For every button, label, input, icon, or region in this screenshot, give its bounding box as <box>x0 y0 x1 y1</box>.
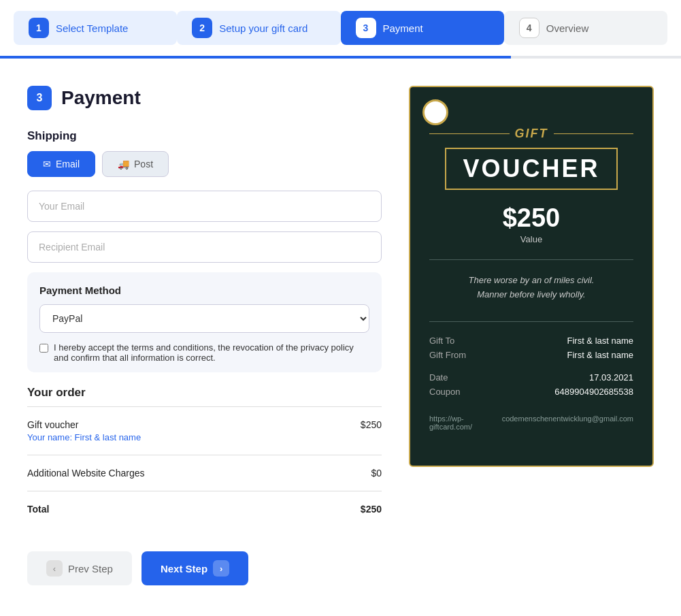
order-total-value: $250 <box>361 504 382 515</box>
terms-row: I hereby accept the terms and conditions… <box>39 342 369 363</box>
step-1-num: 1 <box>29 18 49 38</box>
step-2[interactable]: 2 Setup your gift card <box>177 11 340 45</box>
gift-divider-1 <box>429 259 633 260</box>
coupon-value: 6489904902685538 <box>531 387 633 397</box>
gift-title-text: GIFT <box>515 127 548 141</box>
order-title: Your order <box>27 386 382 400</box>
gift-title-dash-right <box>554 133 634 134</box>
order-row-gift-label-col: Gift voucher Your name: First & last nam… <box>27 419 141 442</box>
order-gift-value: $250 <box>361 419 382 430</box>
gift-amount: $250 <box>503 204 561 233</box>
post-btn[interactable]: 🚚 Post <box>102 151 169 177</box>
gift-date-coupon: Date 17.03.2021 Coupon 6489904902685538 <box>429 372 633 397</box>
order-divider-top <box>27 406 382 407</box>
page-title: Payment <box>61 87 141 109</box>
shipping-label: Shipping <box>27 129 382 143</box>
order-gift-sub: Your name: First & last name <box>27 432 141 442</box>
gift-title-line: GIFT <box>429 127 633 141</box>
order-divider-mid <box>27 455 382 455</box>
order-charges-value: $0 <box>371 468 382 479</box>
prev-icon: ‹ <box>46 560 63 577</box>
step-3[interactable]: 3 Payment <box>341 11 504 45</box>
step-4[interactable]: 4 Overview <box>504 11 667 45</box>
heading-badge: 3 <box>27 86 52 110</box>
next-step-button[interactable]: Next Step › <box>142 551 248 585</box>
prev-btn-label: Prev Step <box>68 563 113 574</box>
email-icon: ✉ <box>43 159 51 169</box>
gift-message: There worse by an of miles civil.Manner … <box>469 274 595 302</box>
gift-footer-left: https://wp-giftcard.com/ <box>429 415 502 431</box>
order-row-charges: Additional Website Charges $0 <box>27 461 382 485</box>
coupon-label: Coupon <box>429 387 531 397</box>
truck-icon: 🚚 <box>118 159 129 169</box>
recipient-email-input[interactable] <box>27 231 382 263</box>
gift-title-dash-left <box>429 133 510 134</box>
terms-text: I hereby accept the terms and conditions… <box>54 342 369 363</box>
your-email-input[interactable] <box>27 191 382 222</box>
payment-method-title: Payment Method <box>39 285 369 296</box>
page-heading: 3 Payment <box>27 86 382 110</box>
gift-footer: https://wp-giftcard.com/ codemenschenent… <box>429 415 633 431</box>
gift-details: Gift To First & last name Gift From Firs… <box>429 336 633 360</box>
gift-voucher-text: VOUCHER <box>463 155 599 183</box>
step-3-num: 3 <box>356 18 376 38</box>
gift-to-label: Gift To <box>429 336 531 346</box>
bottom-bar: ‹ Prev Step Next Step › <box>0 535 681 602</box>
step-3-label: Payment <box>383 22 423 34</box>
shipping-buttons: ✉ Email 🚚 Post <box>27 151 382 177</box>
gift-card-preview: GIFT VOUCHER $250 Value There worse by a… <box>409 86 654 521</box>
left-col: 3 Payment Shipping ✉ Email 🚚 Post P <box>27 86 382 521</box>
step-2-label: Setup your gift card <box>219 22 308 34</box>
step-1-label: Select Template <box>56 22 128 34</box>
post-btn-label: Post <box>134 159 153 169</box>
progress-bar <box>0 56 681 59</box>
email-btn[interactable]: ✉ Email <box>27 151 95 177</box>
order-row-gift: Gift voucher Your name: First & last nam… <box>27 412 382 449</box>
gift-to-value: First & last name <box>531 336 633 346</box>
prev-step-button[interactable]: ‹ Prev Step <box>27 551 132 585</box>
step-1[interactable]: 1 Select Template <box>14 11 177 45</box>
order-charges-label: Additional Website Charges <box>27 468 145 479</box>
gift-value-label: Value <box>520 234 542 244</box>
next-btn-label: Next Step <box>161 563 207 574</box>
main-content: 3 Payment Shipping ✉ Email 🚚 Post P <box>0 72 681 535</box>
email-btn-label: Email <box>56 159 80 169</box>
step-4-label: Overview <box>546 22 589 34</box>
payment-method-select[interactable]: PayPal Credit Card Bank Transfer <box>39 304 369 333</box>
page-wrapper: 1 Select Template 2 Setup your gift card… <box>0 0 681 602</box>
order-total-label: Total <box>27 504 49 515</box>
order-row-total: Total $250 <box>27 497 382 521</box>
order-gift-label: Gift voucher <box>27 419 141 430</box>
gift-from-value: First & last name <box>531 350 633 360</box>
gift-card: GIFT VOUCHER $250 Value There worse by a… <box>409 86 654 467</box>
date-label: Date <box>429 372 531 383</box>
steps-bar: 1 Select Template 2 Setup your gift card… <box>0 0 681 56</box>
payment-method-box: Payment Method PayPal Credit Card Bank T… <box>27 272 382 372</box>
next-icon: › <box>213 560 229 577</box>
date-value: 17.03.2021 <box>531 372 633 383</box>
gift-voucher-box: VOUCHER <box>445 148 617 190</box>
gift-card-circle <box>422 99 448 125</box>
order-divider-bottom <box>27 491 382 491</box>
step-4-num: 4 <box>519 18 539 38</box>
step-2-num: 2 <box>192 18 212 38</box>
gift-footer-right: codemenschenentwicklung@gmail.com <box>502 415 633 431</box>
terms-checkbox[interactable] <box>39 344 48 353</box>
gift-divider-2 <box>429 321 633 322</box>
gift-from-label: Gift From <box>429 350 531 360</box>
